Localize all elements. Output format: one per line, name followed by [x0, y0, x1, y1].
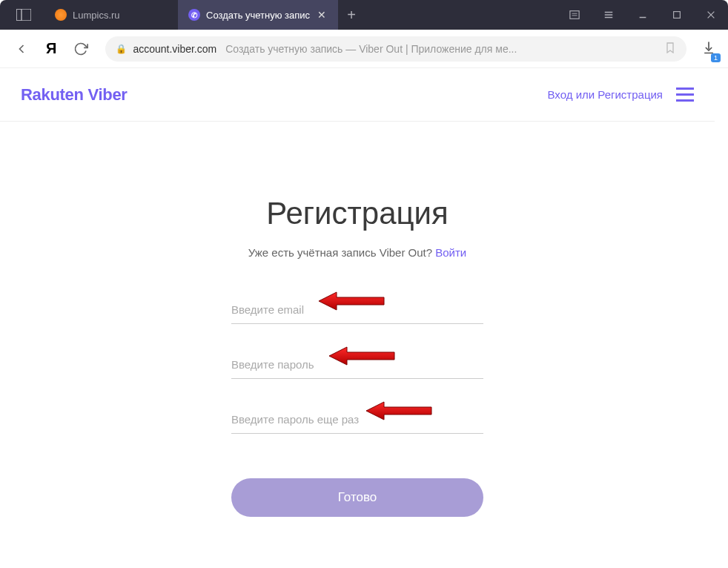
lock-icon: 🔒 — [116, 44, 127, 54]
download-badge: 1 — [711, 53, 721, 62]
site-header: Rakuten Viber Вход или Регистрация — [0, 68, 715, 122]
login-link[interactable]: Войти — [435, 246, 466, 259]
window-controls — [557, 0, 728, 30]
annotation-arrow-icon — [329, 345, 396, 367]
tab-title: Lumpics.ru — [73, 10, 120, 21]
yandex-logo[interactable]: Я — [42, 40, 61, 57]
maximize-button[interactable] — [660, 0, 694, 30]
menu-button[interactable] — [592, 0, 626, 30]
url-domain: account.viber.com — [133, 43, 216, 55]
tab-close-button[interactable]: ✕ — [316, 7, 328, 22]
close-window-button[interactable] — [694, 0, 728, 30]
bookmark-icon[interactable] — [664, 42, 676, 56]
annotation-arrow-icon — [366, 400, 433, 422]
tab-lumpics[interactable]: Lumpics.ru — [44, 0, 178, 30]
svg-rect-9 — [674, 12, 681, 19]
password-confirm-field-wrap — [231, 406, 483, 434]
tabs: Lumpics.ru ✆ Создать учетную запис ✕ + — [44, 0, 365, 30]
email-field-wrap — [231, 296, 483, 324]
hamburger-menu[interactable] — [676, 87, 694, 102]
annotation-arrow-icon — [319, 290, 385, 312]
page-title: Регистрация — [231, 196, 483, 231]
rakuten-viber-logo[interactable]: Rakuten Viber — [21, 85, 128, 105]
reader-mode-button[interactable] — [557, 0, 592, 30]
minimize-button[interactable] — [626, 0, 660, 30]
address-bar[interactable]: 🔒 account.viber.com Создать учетную запи… — [105, 36, 686, 62]
favicon-lumpics-icon — [55, 9, 67, 21]
password-field-wrap — [231, 351, 483, 379]
favicon-viber-icon: ✆ — [188, 9, 200, 21]
back-button[interactable] — [9, 36, 34, 62]
page-content: Rakuten Viber Вход или Регистрация Регис… — [0, 68, 728, 568]
login-register-link[interactable]: Вход или Регистрация — [548, 88, 663, 101]
password-confirm-field[interactable] — [231, 406, 483, 434]
downloads-button[interactable]: 1 — [698, 37, 719, 61]
svg-rect-2 — [570, 11, 579, 19]
toolbar: Я 🔒 account.viber.com Создать учетную за… — [0, 30, 728, 68]
page-scroll[interactable]: Rakuten Viber Вход или Регистрация Регис… — [0, 68, 728, 568]
panels-button[interactable] — [12, 6, 36, 24]
tab-viber[interactable]: ✆ Создать учетную запис ✕ — [178, 0, 338, 30]
subtitle-text: Уже есть учётная запись Viber Out? — [248, 246, 436, 259]
submit-button[interactable]: Готово — [231, 478, 483, 517]
svg-rect-0 — [16, 9, 31, 21]
new-tab-button[interactable]: + — [338, 0, 365, 30]
tab-title: Создать учетную запис — [206, 10, 310, 21]
browser-window: Lumpics.ru ✆ Создать учетную запис ✕ + — [0, 0, 728, 568]
reload-button[interactable] — [68, 36, 93, 62]
titlebar: Lumpics.ru ✆ Создать учетную запис ✕ + — [0, 0, 728, 30]
registration-form: Регистрация Уже есть учётная запись Vibe… — [202, 122, 513, 546]
header-right: Вход или Регистрация — [548, 87, 694, 102]
url-title: Создать учетную запись — Viber Out | При… — [225, 43, 517, 55]
svg-rect-1 — [16, 9, 21, 21]
subtitle: Уже есть учётная запись Viber Out? Войти — [231, 246, 483, 259]
